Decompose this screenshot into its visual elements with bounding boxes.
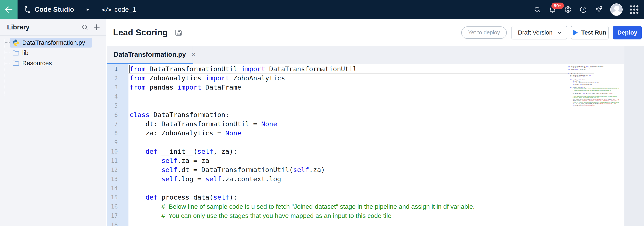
gutter-line-number[interactable]: 10: [107, 147, 128, 156]
breadcrumb-file-name: code_1: [114, 6, 136, 13]
text-cursor: [129, 65, 130, 73]
tree-item-label: Resources: [22, 60, 52, 67]
test-run-button[interactable]: Test Run: [571, 26, 608, 39]
tree-connector: [5, 63, 10, 63]
code-area[interactable]: from DataTransformationUtil import DataT…: [128, 64, 594, 226]
back-arrow-icon: [4, 5, 14, 14]
minimap-line: df2: DataFrame = df.groupby('Product Cat…: [568, 99, 619, 100]
tab-label: DataTransformation.py: [114, 51, 186, 58]
code-line[interactable]: [128, 220, 594, 226]
header-actions: Yet to deploy Draft Version Test Run Dep…: [461, 19, 642, 46]
minimap-line: [568, 91, 619, 93]
minimap-line: from pandas import DataFrame: [568, 69, 619, 70]
minimap-line: self.dt = DataTransformationUtil(self.za…: [568, 82, 619, 84]
code-line[interactable]: from pandas import DataFrame: [128, 83, 594, 92]
gutter-line-number[interactable]: 17: [107, 211, 128, 220]
gutter-line-number[interactable]: 14: [107, 184, 128, 193]
settings-gear-icon[interactable]: [564, 5, 572, 14]
code-line[interactable]: self.za = za: [128, 156, 594, 165]
gutter-line-number[interactable]: 7: [107, 119, 128, 128]
search-icon[interactable]: [534, 6, 541, 13]
notifications-button[interactable]: 99+: [548, 5, 556, 14]
gutter-line-number[interactable]: 11: [107, 156, 128, 165]
minimap-line: [568, 70, 619, 72]
version-dropdown-value: Draft Version: [518, 29, 556, 36]
code-line[interactable]: za: ZohoAnalytics = None: [128, 128, 594, 138]
code-line[interactable]: self.dt = DataTransformationUtil(self.za…: [128, 165, 594, 174]
library-search-icon[interactable]: [81, 23, 89, 31]
gutter-line-number[interactable]: 13: [107, 174, 128, 184]
minimap-line: # otherwise, filtering, grouping data fr…: [568, 97, 619, 99]
tree-connector: [5, 53, 10, 53]
user-avatar[interactable]: [610, 3, 623, 16]
code-line[interactable]: # You can only use the stages that you h…: [128, 211, 594, 220]
code-line[interactable]: self.log = self.za.context.log: [128, 174, 594, 184]
gutter-line-number[interactable]: 15: [107, 193, 128, 202]
gutter-line-number[interactable]: 5: [107, 101, 128, 110]
gutter-line-number[interactable]: 9: [107, 138, 128, 147]
gutter-line-number[interactable]: 4: [107, 92, 128, 101]
code-line[interactable]: [128, 138, 594, 147]
editor-tabbar: DataTransformation.py ×: [107, 46, 624, 64]
code-line[interactable]: [128, 101, 594, 110]
tree-item-resources[interactable]: Resources: [0, 58, 106, 68]
minimap-line: df2.columns = ['Product Category', 'MinS…: [568, 100, 619, 102]
gutter-line-number[interactable]: 6: [107, 110, 128, 119]
minimap-line: [568, 85, 619, 87]
save-icon[interactable]: [174, 28, 183, 37]
version-dropdown[interactable]: Draft Version: [512, 26, 567, 39]
gutter-line-number[interactable]: 16: [107, 202, 128, 211]
minimap-line: za: ZohoAnalytics = None: [568, 76, 619, 78]
code-line[interactable]: def process_data(self):: [128, 193, 594, 202]
minimap-line: class DataTransformation:: [568, 73, 619, 75]
minimap-line: self.za = za: [568, 81, 619, 82]
gutter-line-number[interactable]: 12: [107, 165, 128, 174]
status-badge: Yet to deploy: [461, 26, 507, 39]
gutter-line-number[interactable]: 18: [107, 220, 128, 226]
minimap-line: self.log = self.za.context.log: [568, 84, 619, 85]
library-sidebar: Library DataTransformation.py: [0, 19, 106, 226]
page-title: Lead Scoring: [113, 28, 168, 37]
tab-datatransformation[interactable]: DataTransformation.py ×: [107, 46, 193, 64]
right-panel-strip: [624, 46, 644, 226]
app-root: Code Studio </> code_1 99+ ?: [0, 0, 644, 226]
tree-item-datatransformation[interactable]: DataTransformation.py: [0, 37, 106, 48]
apps-grid-icon[interactable]: [630, 5, 638, 14]
code-line[interactable]: dt: DataTransformationUtil = None: [128, 119, 594, 128]
tree-item-label: DataTransformation.py: [22, 39, 85, 46]
code-line[interactable]: class DataTransformation:: [128, 110, 594, 119]
library-header: Library: [0, 19, 106, 36]
minimap[interactable]: from DataTransformationUtil import DataT…: [568, 66, 619, 224]
code-line[interactable]: [128, 92, 594, 101]
library-add-icon[interactable]: [92, 23, 101, 31]
gutter-line-number[interactable]: 2: [107, 74, 128, 83]
folder-icon: [12, 49, 20, 57]
code-line[interactable]: # Below line of sample code is u sed to …: [128, 202, 594, 211]
minimap-line: [568, 72, 619, 73]
gutter-line-number[interactable]: 8: [107, 128, 128, 138]
code-line[interactable]: from ZohoAnalytics import ZohoAnalytics: [128, 74, 594, 83]
rocket-icon[interactable]: [594, 5, 603, 14]
code-editor: 123456789101112131415161718 from DataTra…: [107, 64, 624, 226]
minimap-line: self.log.info('StandSales completed'): [568, 105, 619, 106]
top-navbar: Code Studio </> code_1 99+ ?: [0, 0, 644, 19]
minimap-line: dt: DataTransformationUtil = None: [568, 75, 619, 76]
code-line[interactable]: [128, 184, 594, 193]
code-line[interactable]: def __init__(self, za):: [128, 147, 594, 156]
minimap-line: [568, 94, 619, 96]
tab-close-icon[interactable]: ×: [192, 51, 196, 58]
back-button[interactable]: [0, 0, 18, 19]
minimap-line: from ZohoAnalytics import ZohoAnalytics: [568, 67, 619, 69]
tree-item-lib[interactable]: lib: [0, 48, 106, 58]
notification-badge: 99+: [552, 2, 564, 9]
minimap-line: # Using DataFrame methods, you can creat…: [568, 96, 619, 97]
svg-text:?: ?: [582, 8, 584, 12]
deploy-button[interactable]: Deploy: [613, 26, 642, 39]
gutter-line-number[interactable]: 3: [107, 83, 128, 92]
code-line[interactable]: from DataTransformationUtil import DataT…: [128, 64, 594, 74]
minimap-line: from DataTransformationUtil import DataT…: [568, 66, 619, 67]
folder-icon: [12, 59, 20, 67]
help-icon[interactable]: ?: [579, 6, 587, 14]
document-header: Lead Scoring Yet to deploy Draft Version…: [107, 19, 644, 46]
gutter-line-number[interactable]: 1: [107, 64, 128, 74]
